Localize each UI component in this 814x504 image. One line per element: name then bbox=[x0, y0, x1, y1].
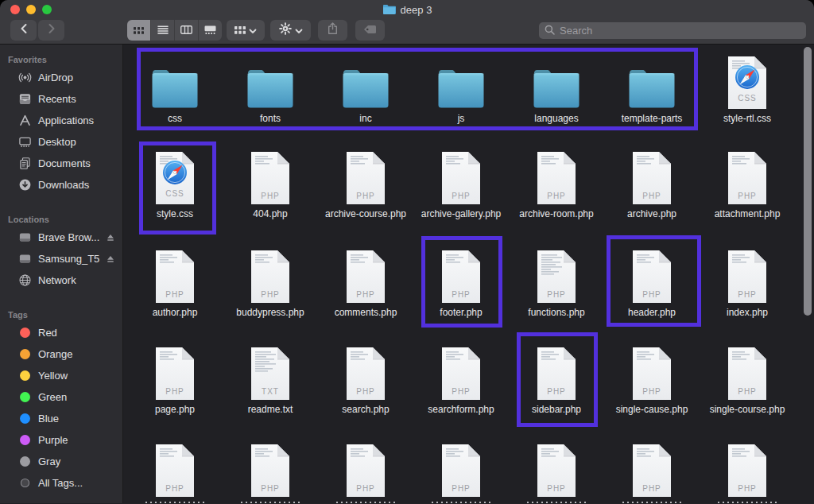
back-button[interactable] bbox=[10, 20, 37, 41]
sidebar-item-network[interactable]: Network bbox=[0, 269, 122, 291]
file-style-rtl-css[interactable]: CSSstyle-rtl.css bbox=[703, 56, 792, 125]
action-menu-button[interactable] bbox=[270, 20, 311, 41]
file-clipped-1[interactable]: PHP bbox=[226, 444, 315, 503]
svg-text:PHP: PHP bbox=[738, 387, 757, 396]
minimize-button[interactable] bbox=[26, 5, 36, 14]
svg-text:PHP: PHP bbox=[165, 290, 184, 299]
file-clipped-5[interactable]: PHP bbox=[607, 444, 696, 503]
file-label: header.php bbox=[610, 307, 693, 319]
sidebar-item-label: All Tags... bbox=[38, 477, 83, 489]
document-icon: PHP bbox=[703, 250, 792, 304]
file-buddypress-php[interactable]: PHPbuddypress.php bbox=[226, 250, 315, 319]
folder-fonts[interactable]: fonts bbox=[226, 56, 315, 125]
file-header-php[interactable]: PHPheader.php bbox=[607, 250, 696, 319]
folder-languages[interactable]: languages bbox=[512, 56, 601, 125]
file-single-course-php[interactable]: PHPsingle-course.php bbox=[703, 347, 792, 416]
sidebar-item-red[interactable]: Red bbox=[0, 322, 122, 343]
sidebar-item-green[interactable]: Green bbox=[0, 386, 122, 408]
close-button[interactable] bbox=[10, 5, 20, 14]
file-archive-room-php[interactable]: PHParchive-room.php bbox=[512, 151, 601, 220]
folder-js[interactable]: js bbox=[417, 56, 506, 125]
file-archive-gallery-php[interactable]: PHParchive-gallery.php bbox=[417, 151, 506, 220]
list-view-button[interactable] bbox=[151, 20, 175, 41]
document-icon: PHP bbox=[417, 250, 506, 304]
file-label: single-course.php bbox=[706, 404, 789, 416]
sidebar-section-favorites: FavoritesAirDropRecentsApplicationsDeskt… bbox=[0, 52, 122, 196]
share-button[interactable] bbox=[318, 20, 347, 41]
eject-button[interactable] bbox=[106, 254, 115, 264]
file-functions-php[interactable]: PHPfunctions.php bbox=[512, 250, 601, 319]
file-footer-php[interactable]: PHPfooter.php bbox=[417, 250, 506, 319]
sidebar: FavoritesAirDropRecentsApplicationsDeskt… bbox=[0, 45, 123, 503]
sidebar-item-documents[interactable]: Documents bbox=[0, 153, 122, 174]
tag-button[interactable] bbox=[355, 20, 385, 41]
sidebar-item-label: Blue bbox=[38, 413, 59, 425]
group-grid-icon bbox=[235, 23, 246, 37]
file-single-cause-php[interactable]: PHPsingle-cause.php bbox=[607, 347, 696, 416]
file-readme-txt[interactable]: TXTreadme.txt bbox=[226, 347, 315, 416]
sidebar-item-recents[interactable]: Recents bbox=[0, 88, 122, 110]
file-index-php[interactable]: PHPindex.php bbox=[703, 250, 792, 319]
file-clipped-3[interactable]: PHP bbox=[417, 444, 506, 503]
file-clipped-0[interactable]: PHP bbox=[130, 444, 219, 503]
sidebar-item-label: AirDrop bbox=[38, 72, 73, 83]
sidebar-item-orange[interactable]: Orange bbox=[0, 343, 122, 365]
search-field[interactable] bbox=[539, 22, 806, 39]
zoom-button[interactable] bbox=[42, 5, 52, 14]
sidebar-item-airdrop[interactable]: AirDrop bbox=[0, 67, 122, 88]
eject-button[interactable] bbox=[106, 233, 115, 242]
sidebar-item-downloads[interactable]: Downloads bbox=[0, 174, 122, 196]
file-label: sidebar.php bbox=[515, 404, 598, 416]
folder-icon bbox=[512, 56, 601, 110]
file-clipped-4[interactable]: PHP bbox=[512, 444, 601, 503]
file-author-php[interactable]: PHPauthor.php bbox=[130, 250, 219, 319]
file-clipped-6[interactable]: PHP bbox=[703, 444, 792, 503]
file-attachment-php[interactable]: PHPattachment.php bbox=[703, 151, 792, 220]
file-clipped-2[interactable]: PHP bbox=[321, 444, 410, 503]
clipped-file-label bbox=[432, 502, 490, 503]
column-view-button[interactable] bbox=[175, 20, 199, 41]
share-icon bbox=[328, 22, 338, 38]
file-sidebar-php[interactable]: PHPsidebar.php bbox=[512, 347, 601, 416]
window-chrome: deep 3 bbox=[0, 0, 814, 45]
sidebar-item-all-tags[interactable]: All Tags... bbox=[0, 472, 122, 494]
file-404-php[interactable]: PHP404.php bbox=[226, 151, 315, 220]
search-icon bbox=[545, 24, 555, 38]
gallery-view-icon bbox=[204, 23, 216, 37]
drive-icon bbox=[18, 252, 32, 266]
file-style-css[interactable]: CSSstyle.css bbox=[130, 151, 219, 220]
sidebar-item-purple[interactable]: Purple bbox=[0, 429, 122, 451]
file-label: single-cause.php bbox=[610, 404, 693, 416]
forward-button[interactable] bbox=[38, 20, 64, 41]
sidebar-item-blue[interactable]: Blue bbox=[0, 408, 122, 429]
document-icon: PHP bbox=[703, 151, 792, 205]
scrollbar-thumb[interactable] bbox=[804, 47, 812, 316]
icon-view-button[interactable] bbox=[127, 20, 151, 41]
file-label: searchform.php bbox=[420, 404, 502, 416]
sidebar-item-label: Red bbox=[38, 327, 57, 339]
file-label: search.php bbox=[324, 404, 407, 416]
search-input[interactable] bbox=[560, 25, 800, 37]
sidebar-section-locations: LocationsBrave Brow...Samsung_T5Network bbox=[0, 212, 122, 291]
sidebar-item-desktop[interactable]: Desktop bbox=[0, 131, 122, 153]
file-label: fonts bbox=[229, 113, 312, 125]
folder-template-parts[interactable]: template-parts bbox=[607, 56, 696, 125]
document-icon: CSS bbox=[130, 151, 219, 205]
folder-css[interactable]: css bbox=[130, 56, 219, 125]
file-comments-php[interactable]: PHPcomments.php bbox=[321, 250, 410, 319]
folder-inc[interactable]: inc bbox=[321, 56, 410, 125]
gallery-view-button[interactable] bbox=[199, 20, 222, 41]
sidebar-item-gray[interactable]: Gray bbox=[0, 451, 122, 472]
file-searchform-php[interactable]: PHPsearchform.php bbox=[417, 347, 506, 416]
sidebar-item-applications[interactable]: Applications bbox=[0, 110, 122, 131]
file-archive-php[interactable]: PHParchive.php bbox=[607, 151, 696, 220]
file-archive-course-php[interactable]: PHParchive-course.php bbox=[321, 151, 410, 220]
desktop-icon bbox=[18, 135, 32, 149]
chevron-down-icon bbox=[295, 23, 303, 37]
file-page-php[interactable]: PHPpage.php bbox=[130, 347, 219, 416]
sidebar-item-brave-brow[interactable]: Brave Brow... bbox=[0, 227, 122, 248]
sidebar-item-yellow[interactable]: Yellow bbox=[0, 365, 122, 386]
group-by-button[interactable] bbox=[227, 20, 265, 41]
file-search-php[interactable]: PHPsearch.php bbox=[321, 347, 410, 416]
sidebar-item-samsung-t5[interactable]: Samsung_T5 bbox=[0, 248, 122, 269]
